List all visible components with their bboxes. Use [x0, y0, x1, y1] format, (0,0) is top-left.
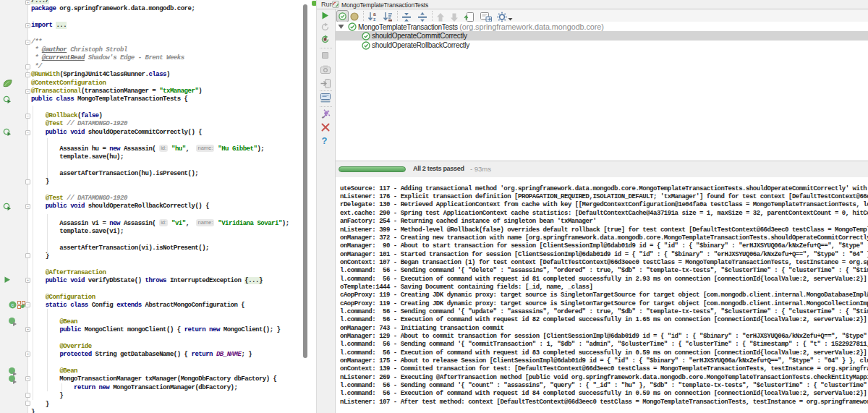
svg-text:z: z	[373, 17, 376, 22]
svg-text:c: c	[12, 302, 14, 307]
svg-text:a: a	[373, 12, 376, 17]
